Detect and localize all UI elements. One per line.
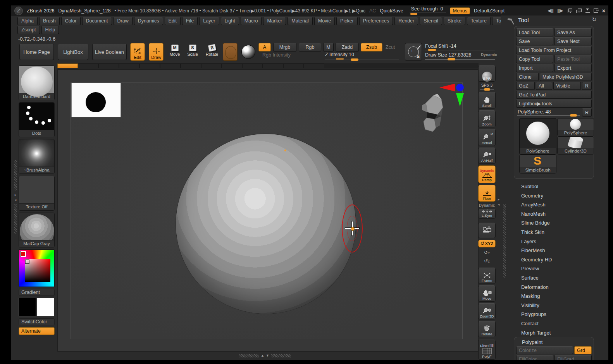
recent-tool-tile[interactable]: Cylinder3D [557, 136, 594, 155]
tray-tab[interactable] [181, 64, 201, 68]
floor-button[interactable]: Floor [478, 185, 496, 202]
rotate-y-button[interactable]: ↺Y [478, 250, 496, 255]
save-next-button[interactable]: Save Next [554, 37, 592, 45]
tray-tab[interactable] [139, 64, 160, 68]
tool-section-item[interactable]: Visibility [501, 301, 608, 310]
minimize-icon[interactable] [585, 9, 590, 13]
menu-item[interactable]: Stencil [420, 17, 442, 25]
menu-item[interactable]: Render [394, 17, 418, 25]
tool-section-item[interactable]: Slime Bridge [501, 218, 608, 228]
menu-item[interactable]: File [182, 17, 198, 25]
secondary-color-swatch[interactable] [37, 298, 54, 316]
tablet-pressure-left-icon[interactable]: ◀|||| [548, 8, 553, 13]
zadd-button[interactable]: Zadd [336, 43, 359, 52]
color-picker[interactable] [19, 249, 55, 287]
mrgb-button[interactable]: Mrgb [273, 43, 296, 52]
quicksave-button[interactable]: QuickSave [380, 8, 403, 14]
alternate-button[interactable]: Alternate [19, 327, 55, 335]
edit-mode-button[interactable]: Edit [130, 43, 145, 61]
move-mode-button[interactable]: M Move [167, 45, 182, 61]
zsub-button[interactable]: Zsub [361, 43, 382, 52]
spix-slider[interactable]: SPix 3 [478, 83, 496, 88]
menu-item[interactable]: Stroke [444, 17, 465, 25]
rotate-mode-button[interactable]: R Rotate [204, 45, 220, 61]
tool-section-item[interactable]: Morph Target [501, 328, 608, 338]
tool-section-item[interactable]: Geometry HD [501, 255, 608, 264]
switch-color-button[interactable]: SwitchColor [19, 318, 55, 325]
goz-button[interactable]: GoZ [516, 82, 535, 90]
scale-mode-button[interactable]: S Scale [185, 45, 200, 61]
menu-item[interactable]: Help [41, 26, 59, 34]
bpr-render-button[interactable]: BPR [478, 65, 496, 82]
divider-grip[interactable] [271, 354, 291, 357]
tray-tab[interactable] [263, 64, 283, 68]
save-button[interactable]: Save [516, 37, 553, 45]
actual-size-button[interactable]: x1 Actual [478, 129, 496, 146]
menu-item[interactable]: Document [82, 17, 112, 25]
draw-size-track[interactable] [425, 59, 495, 60]
main-color-swatch[interactable] [19, 298, 36, 316]
zoom-button[interactable]: Zoom [478, 110, 496, 127]
menu-item[interactable]: Edit [165, 17, 181, 25]
spix-track[interactable] [480, 89, 494, 90]
recent-tool-tile[interactable]: PolySphere [557, 118, 594, 136]
stroke-selector[interactable]: Dots [19, 102, 55, 137]
menu-item[interactable]: Preferences [359, 17, 393, 25]
brush-selector[interactable]: DamStandard [19, 65, 55, 100]
load-tools-from-project-button[interactable]: Load Tools From Project [516, 46, 592, 54]
restore-icon[interactable] [594, 9, 598, 13]
make-polymesh3d-button[interactable]: Make PolyMesh3D [540, 73, 592, 81]
tray-tab[interactable] [119, 64, 139, 68]
tool-section-item[interactable]: Deformation [501, 283, 608, 292]
alpha-selector[interactable]: ~BrushAlpha [19, 139, 55, 174]
z-intensity-track[interactable] [325, 60, 399, 60]
menu-item[interactable]: Alpha [17, 17, 38, 25]
draw-size-handle[interactable] [448, 58, 455, 60]
tablet-pressure-right-icon[interactable]: ||||▶ [557, 8, 563, 13]
scroll-button[interactable]: Scroll [478, 92, 496, 109]
z-intensity-slider[interactable]: Z Intensity 10 [296, 52, 383, 57]
zoom-3d-button[interactable]: Zoom3D [478, 303, 496, 319]
menu-item[interactable]: Texture [467, 17, 491, 25]
tray-tab[interactable] [222, 64, 242, 68]
z-intensity-handle[interactable] [351, 58, 358, 61]
stroke-picker-button[interactable]: + S [405, 43, 422, 61]
menu-item[interactable]: Movie [314, 17, 335, 25]
save-as-button[interactable]: Save As [554, 28, 592, 36]
focal-shift-handle[interactable] [428, 49, 436, 51]
tray-close-icon[interactable]: ▼ [266, 354, 269, 357]
load-tool-button[interactable]: Load Tool [516, 28, 553, 36]
home-page-button[interactable]: Home Page [19, 44, 54, 60]
goz-r-button[interactable]: R [582, 82, 592, 90]
zbrush-logo-icon[interactable]: Z [14, 7, 23, 15]
tool-section-item[interactable]: Subtool [501, 182, 608, 191]
panel-reset-icon[interactable]: ↺ [592, 16, 597, 22]
m-button[interactable]: M [323, 43, 334, 52]
rotate-z-button[interactable]: ↺Z [478, 258, 496, 264]
menu-item[interactable]: Layer [199, 17, 219, 25]
right-tray-open-icon[interactable]: ▸ [497, 197, 501, 201]
polysphere-resolution-slider[interactable]: PolySphere. 48 [516, 108, 581, 117]
perspective-button[interactable]: Dynamic Persp [478, 165, 496, 183]
lightbox-tools-button[interactable]: Lightbox▶Tools [516, 100, 592, 108]
tool-section-item[interactable]: Masking [501, 292, 608, 301]
tray-tab[interactable] [283, 64, 304, 68]
see-through-slider[interactable]: See-through 0 [410, 6, 446, 15]
resolution-r-button[interactable]: R [582, 108, 592, 117]
current-material-thumbnail[interactable] [241, 43, 256, 61]
menu-item[interactable]: Picker [336, 17, 358, 25]
tray-tab[interactable] [304, 64, 324, 68]
tool-section-item[interactable]: Polygroups [501, 310, 608, 319]
goz-all-button[interactable]: All [536, 82, 552, 90]
active-tool-tile[interactable]: PolySphere [519, 118, 556, 155]
copy-tool-button[interactable]: Copy Tool [516, 55, 553, 63]
next-document-icon[interactable] [576, 9, 582, 13]
right-tray-close-icon[interactable]: ◂ [497, 203, 501, 206]
import-button[interactable]: Import [516, 64, 553, 72]
tray-tab[interactable] [201, 64, 222, 68]
tray-tab[interactable] [78, 64, 98, 68]
rotate-3d-button[interactable]: Rotate [478, 321, 496, 337]
tray-tab[interactable] [57, 64, 78, 68]
tool-section-item[interactable]: Thick Skin [501, 228, 608, 237]
menu-item[interactable]: Color [61, 17, 81, 25]
